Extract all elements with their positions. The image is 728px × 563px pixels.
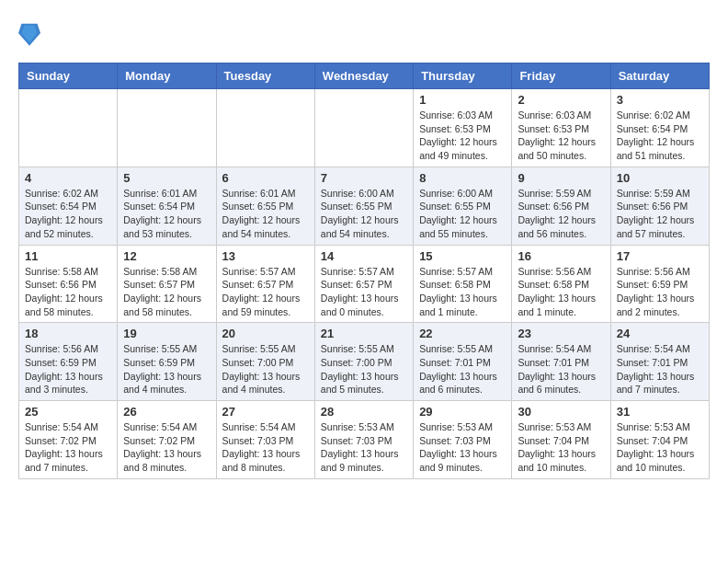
day-number: 3 [617,93,703,107]
day-number: 18 [25,327,111,340]
day-number: 12 [123,249,210,263]
calendar-cell: 1Sunrise: 6:03 AM Sunset: 6:53 PM Daylig… [414,89,512,167]
day-info: Sunrise: 5:53 AM Sunset: 7:03 PM Dayligh… [321,420,407,475]
calendar-cell: 21Sunrise: 5:55 AM Sunset: 7:00 PM Dayli… [314,323,413,401]
day-info: Sunrise: 5:57 AM Sunset: 6:58 PM Dayligh… [419,265,506,319]
day-info: Sunrise: 5:56 AM Sunset: 6:59 PM Dayligh… [25,342,111,396]
day-info: Sunrise: 5:53 AM Sunset: 7:03 PM Dayligh… [419,420,506,475]
day-number: 21 [321,327,407,340]
calendar-cell [314,89,413,167]
column-header-sunday: Sunday [19,63,118,89]
calendar-cell: 24Sunrise: 5:54 AM Sunset: 7:01 PM Dayli… [610,323,709,401]
calendar-cell: 4Sunrise: 6:02 AM Sunset: 6:54 PM Daylig… [19,167,118,245]
day-number: 20 [222,327,309,340]
calendar-week-row: 25Sunrise: 5:54 AM Sunset: 7:02 PM Dayli… [19,401,710,479]
day-number: 28 [321,405,407,419]
day-number: 4 [25,171,111,185]
calendar-cell: 9Sunrise: 5:59 AM Sunset: 6:56 PM Daylig… [512,167,610,245]
calendar-cell: 5Sunrise: 6:01 AM Sunset: 6:54 PM Daylig… [118,167,216,245]
calendar-cell: 29Sunrise: 5:53 AM Sunset: 7:03 PM Dayli… [414,401,512,479]
day-number: 13 [222,249,309,263]
day-info: Sunrise: 5:57 AM Sunset: 6:57 PM Dayligh… [222,265,309,319]
day-number: 17 [617,249,703,263]
day-number: 19 [123,327,210,340]
day-number: 10 [617,171,703,185]
day-number: 30 [518,405,604,419]
day-info: Sunrise: 5:55 AM Sunset: 7:01 PM Dayligh… [419,342,506,396]
day-number: 1 [419,93,506,107]
day-number: 22 [419,327,506,340]
day-info: Sunrise: 6:01 AM Sunset: 6:55 PM Dayligh… [222,187,309,241]
calendar-cell: 11Sunrise: 5:58 AM Sunset: 6:56 PM Dayli… [19,245,118,323]
calendar-cell: 30Sunrise: 5:53 AM Sunset: 7:04 PM Dayli… [512,401,610,479]
day-info: Sunrise: 5:54 AM Sunset: 7:01 PM Dayligh… [518,342,604,396]
calendar-cell: 10Sunrise: 5:59 AM Sunset: 6:56 PM Dayli… [610,167,709,245]
svg-marker-1 [21,25,37,42]
calendar-cell: 18Sunrise: 5:56 AM Sunset: 6:59 PM Dayli… [19,323,118,401]
column-header-tuesday: Tuesday [216,63,314,89]
calendar-cell: 3Sunrise: 6:02 AM Sunset: 6:54 PM Daylig… [610,89,709,167]
day-number: 11 [25,249,111,263]
day-info: Sunrise: 5:58 AM Sunset: 6:56 PM Dayligh… [25,265,111,319]
day-number: 27 [222,405,309,419]
day-info: Sunrise: 5:58 AM Sunset: 6:57 PM Dayligh… [123,265,210,319]
calendar-cell: 20Sunrise: 5:55 AM Sunset: 7:00 PM Dayli… [216,323,314,401]
day-info: Sunrise: 5:55 AM Sunset: 7:00 PM Dayligh… [321,342,407,396]
day-info: Sunrise: 5:57 AM Sunset: 6:57 PM Dayligh… [321,265,407,319]
day-info: Sunrise: 5:59 AM Sunset: 6:56 PM Dayligh… [518,187,604,241]
calendar-cell: 17Sunrise: 5:56 AM Sunset: 6:59 PM Dayli… [610,245,709,323]
calendar-week-row: 1Sunrise: 6:03 AM Sunset: 6:53 PM Daylig… [19,89,710,167]
page-header [18,18,710,48]
day-number: 6 [222,171,309,185]
day-info: Sunrise: 6:00 AM Sunset: 6:55 PM Dayligh… [321,187,407,241]
column-header-saturday: Saturday [610,63,709,89]
calendar-cell [118,89,216,167]
day-number: 25 [25,405,111,419]
day-number: 16 [518,249,604,263]
day-number: 8 [419,171,506,185]
calendar-cell: 27Sunrise: 5:54 AM Sunset: 7:03 PM Dayli… [216,401,314,479]
day-info: Sunrise: 6:03 AM Sunset: 6:53 PM Dayligh… [518,109,604,163]
day-number: 14 [321,249,407,263]
day-info: Sunrise: 5:55 AM Sunset: 7:00 PM Dayligh… [222,342,309,396]
calendar-cell: 19Sunrise: 5:55 AM Sunset: 6:59 PM Dayli… [118,323,216,401]
day-number: 9 [518,171,604,185]
day-number: 29 [419,405,506,419]
calendar-cell: 14Sunrise: 5:57 AM Sunset: 6:57 PM Dayli… [314,245,413,323]
calendar-cell: 23Sunrise: 5:54 AM Sunset: 7:01 PM Dayli… [512,323,610,401]
calendar-cell: 28Sunrise: 5:53 AM Sunset: 7:03 PM Dayli… [314,401,413,479]
day-info: Sunrise: 5:54 AM Sunset: 7:02 PM Dayligh… [123,420,210,475]
column-header-wednesday: Wednesday [314,63,413,89]
calendar-cell: 13Sunrise: 5:57 AM Sunset: 6:57 PM Dayli… [216,245,314,323]
calendar-cell [19,89,118,167]
day-number: 23 [518,327,604,340]
calendar-cell: 16Sunrise: 5:56 AM Sunset: 6:58 PM Dayli… [512,245,610,323]
calendar-table: SundayMondayTuesdayWednesdayThursdayFrid… [18,63,710,479]
day-number: 7 [321,171,407,185]
calendar-cell: 25Sunrise: 5:54 AM Sunset: 7:02 PM Dayli… [19,401,118,479]
day-info: Sunrise: 5:56 AM Sunset: 6:59 PM Dayligh… [617,265,703,319]
day-info: Sunrise: 6:00 AM Sunset: 6:55 PM Dayligh… [419,187,506,241]
day-info: Sunrise: 6:03 AM Sunset: 6:53 PM Dayligh… [419,109,506,163]
day-info: Sunrise: 5:59 AM Sunset: 6:56 PM Dayligh… [617,187,703,241]
day-number: 26 [123,405,210,419]
day-number: 2 [518,93,604,107]
calendar-cell: 15Sunrise: 5:57 AM Sunset: 6:58 PM Dayli… [414,245,512,323]
column-header-thursday: Thursday [414,63,512,89]
day-info: Sunrise: 5:56 AM Sunset: 6:58 PM Dayligh… [518,265,604,319]
logo [18,18,44,48]
day-info: Sunrise: 5:54 AM Sunset: 7:03 PM Dayligh… [222,420,309,475]
day-info: Sunrise: 6:01 AM Sunset: 6:54 PM Dayligh… [123,187,210,241]
day-info: Sunrise: 5:53 AM Sunset: 7:04 PM Dayligh… [518,420,604,475]
calendar-cell [216,89,314,167]
day-info: Sunrise: 5:54 AM Sunset: 7:01 PM Dayligh… [617,342,703,396]
day-info: Sunrise: 6:02 AM Sunset: 6:54 PM Dayligh… [617,109,703,163]
calendar-week-row: 4Sunrise: 6:02 AM Sunset: 6:54 PM Daylig… [19,167,710,245]
calendar-cell: 22Sunrise: 5:55 AM Sunset: 7:01 PM Dayli… [414,323,512,401]
calendar-cell: 26Sunrise: 5:54 AM Sunset: 7:02 PM Dayli… [118,401,216,479]
day-number: 24 [617,327,703,340]
calendar-week-row: 18Sunrise: 5:56 AM Sunset: 6:59 PM Dayli… [19,323,710,401]
day-info: Sunrise: 5:55 AM Sunset: 6:59 PM Dayligh… [123,342,210,396]
day-info: Sunrise: 5:54 AM Sunset: 7:02 PM Dayligh… [25,420,111,475]
column-header-friday: Friday [512,63,610,89]
